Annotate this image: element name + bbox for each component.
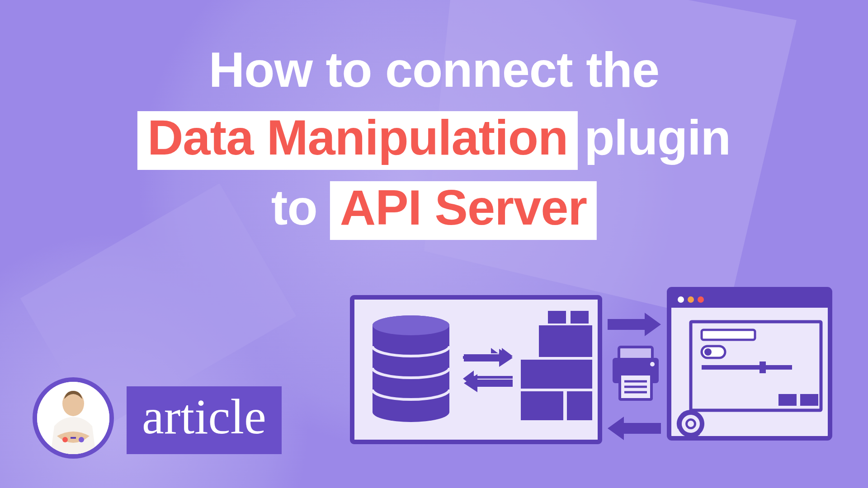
svg-rect-44 [760,361,766,373]
database-icon [373,315,449,422]
svg-rect-43 [702,365,792,370]
transfer-arrows [608,417,661,440]
svg-rect-40 [702,330,755,340]
svg-rect-21 [539,325,592,357]
svg-rect-46 [800,394,818,406]
svg-point-32 [650,362,655,366]
title-text: plugin [578,109,731,165]
app-window-icon [669,289,830,438]
svg-point-36 [678,296,684,303]
svg-point-14 [373,402,449,422]
title-highlight-1: Data Manipulation [137,111,578,170]
printer-icon [613,347,659,399]
title-line-1: How to connect the [209,38,659,101]
svg-point-37 [688,296,694,303]
svg-point-2 [62,437,68,442]
title-line-2: Data Manipulationplugin [137,106,731,170]
server-box [352,297,600,442]
svg-rect-23 [521,391,563,420]
swirl-logo-icon [677,410,704,437]
svg-point-47 [688,421,694,427]
svg-marker-33 [608,417,661,440]
author-avatar [33,377,114,459]
content-type-badge: article [127,386,282,454]
badge-label: article [142,389,266,444]
svg-rect-20 [571,311,589,324]
title-highlight-2: API Server [330,181,597,240]
svg-rect-45 [778,394,797,406]
svg-rect-24 [567,391,592,420]
svg-rect-4 [71,437,76,439]
svg-point-42 [704,348,712,356]
svg-rect-34 [669,289,830,438]
title-text: to [271,179,330,235]
svg-point-38 [698,296,704,303]
architecture-diagram [350,284,833,455]
title-text: How to connect the [209,42,659,97]
svg-rect-22 [521,360,592,389]
title-line-3: toAPI Server [271,176,597,240]
svg-rect-19 [548,311,566,324]
banner-card: How to connect the Data Manipulationplug… [0,0,868,488]
svg-marker-25 [608,313,661,336]
svg-rect-26 [619,347,652,360]
svg-point-1 [62,391,84,416]
svg-point-15 [373,315,449,335]
svg-point-3 [79,437,84,442]
svg-rect-35 [671,291,828,308]
transfer-arrows [608,313,661,336]
avatar-illustration [37,382,109,454]
